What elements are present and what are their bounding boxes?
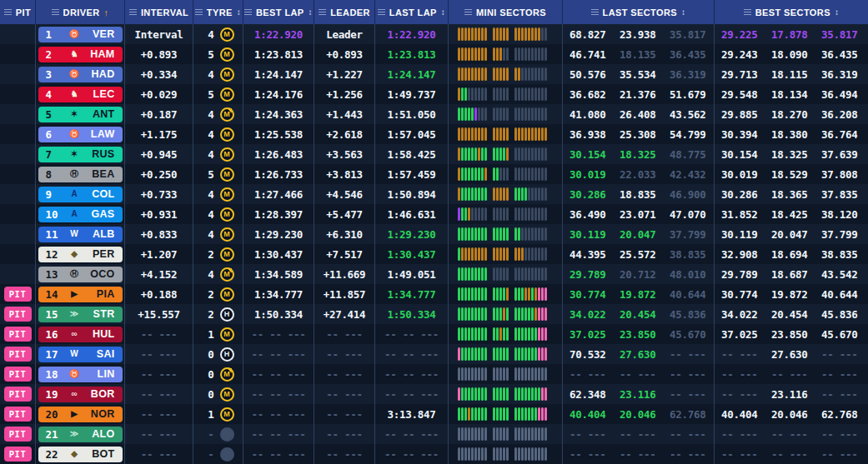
mini-sector-bar — [524, 227, 527, 241]
timing-row[interactable]: 3 ♉ HAD +0.334 4 M 1:24.147 +1.227 1:24.… — [0, 64, 868, 84]
driver-chip[interactable]: 2 ♞ HAM — [38, 47, 123, 62]
driver-chip[interactable]: 8 Ⓗ BEA — [38, 167, 123, 182]
timing-row[interactable]: PIT 16 ∞ HUL -- --- 1 M -- -- --- -- ---… — [0, 324, 868, 344]
driver-chip[interactable]: 3 ♉ HAD — [38, 67, 123, 82]
driver-chip[interactable]: 21 ≫ ALO — [38, 427, 123, 442]
driver-chip[interactable]: 22 ◆ BOT — [38, 447, 123, 462]
mini-sector-bar — [514, 167, 517, 181]
sector-1-time: -- --- — [721, 348, 771, 361]
mini-sector-bar — [524, 167, 527, 181]
drag-handle-icon[interactable] — [744, 9, 751, 15]
timing-row[interactable]: PIT 15 ≫ STR +15.557 2 H 1:50.334 +27.41… — [0, 304, 868, 324]
driver-chip[interactable]: 11 W ALB — [38, 227, 123, 242]
driver-chip[interactable]: 15 ≫ STR — [38, 307, 123, 322]
cadillac-logo-icon: ◆ — [61, 450, 88, 458]
sort-toggle-icon[interactable]: ↕ — [835, 7, 839, 17]
sort-toggle-icon[interactable]: ↕ — [237, 7, 241, 17]
driver-chip[interactable]: 13 Ⓗ OCO — [38, 267, 123, 282]
timing-row[interactable]: 11 W ALB +0.833 4 M 1:29.230 +6.310 1:29… — [0, 224, 868, 244]
col-header-interval[interactable]: INTERVAL — [125, 0, 193, 24]
col-header-tyre[interactable]: TYRE↕ — [193, 0, 243, 24]
timing-row[interactable]: PIT 19 ∞ BOR -- --- 0 M -- -- --- -- ---… — [0, 384, 868, 404]
driver-chip[interactable]: 9 A COL — [38, 187, 123, 202]
driver-chip[interactable]: 10 A GAS — [38, 207, 123, 222]
col-header-leader[interactable]: LEADER — [314, 0, 375, 24]
drag-handle-icon[interactable] — [464, 9, 472, 15]
drag-handle-icon[interactable] — [129, 9, 137, 15]
timing-row[interactable]: 7 ✶ RUS +0.945 4 M 1:26.483 +3.563 1:58.… — [0, 144, 868, 164]
sort-toggle-icon[interactable]: ↕ — [441, 7, 445, 17]
timing-row[interactable]: 10 A GAS +0.931 4 M 1:28.397 +5.477 1:46… — [0, 204, 868, 224]
mini-sector-bar — [538, 107, 540, 121]
col-header-driver[interactable]: DRIVER↑ — [36, 0, 125, 24]
driver-chip[interactable]: 20 ▶ NOR — [38, 407, 123, 422]
mini-sector-bar — [478, 47, 480, 61]
timing-row[interactable]: 13 Ⓗ OCO +4.152 4 M 1:34.589 +11.669 1:4… — [0, 264, 868, 284]
mini-sector-bar — [524, 47, 527, 61]
timing-row[interactable]: PIT 18 ♉ LIN -- --- 0 M -- -- --- -- ---… — [0, 364, 868, 384]
mini-sector-bar — [538, 227, 540, 241]
col-header-pit[interactable]: PIT — [0, 0, 36, 24]
mini-sector-bar — [514, 407, 517, 421]
drag-handle-icon[interactable] — [378, 9, 385, 15]
timing-row[interactable]: 4 ♞ LEC +0.029 5 M 1:24.176 +1.256 1:49.… — [0, 84, 868, 104]
mini-sector-bar — [506, 107, 509, 121]
driver-chip[interactable]: 1 ♉ VER — [38, 27, 123, 42]
timing-row[interactable]: 6 ♉ LAW +1.175 4 M 1:25.538 +2.618 1:57.… — [0, 124, 868, 144]
timing-row[interactable]: PIT 14 ▶ PIA +0.188 2 M 1:34.777 +11.857… — [0, 284, 868, 304]
mini-sector-bar — [461, 207, 464, 221]
mini-sector-bar — [468, 427, 470, 441]
tyre-laps-count: 4 — [203, 148, 214, 161]
driver-chip[interactable]: 14 ▶ PIA — [38, 287, 123, 302]
mini-sector-bar — [484, 67, 487, 81]
tyre-compound-icon: M — [220, 127, 234, 142]
driver-chip[interactable]: 12 ◆ PER — [38, 247, 123, 262]
driver-chip[interactable]: 16 ∞ HUL — [38, 327, 123, 342]
mini-sector-bar — [458, 387, 460, 401]
timing-row[interactable]: PIT 21 ≫ ALO -- --- - -- -- --- -- --- -… — [0, 424, 868, 444]
mini-sector-group-1 — [458, 147, 487, 161]
last-sectors-cell: 36.93825.30854.799 — [563, 124, 715, 144]
haas-logo-icon: Ⓗ — [61, 270, 88, 278]
drag-handle-icon[interactable] — [591, 9, 599, 15]
sector-3-time: 40.644 — [670, 288, 705, 301]
timing-row[interactable]: PIT 22 ◆ BOT -- --- - -- -- --- -- --- -… — [0, 444, 868, 464]
sort-toggle-icon[interactable]: ↕ — [309, 7, 313, 17]
col-header-mini-sectors[interactable]: MINI SECTORS — [449, 0, 563, 24]
drag-handle-icon[interactable] — [319, 9, 326, 15]
drag-handle-icon[interactable] — [4, 9, 12, 15]
driver-chip[interactable]: 4 ♞ LEC — [38, 87, 123, 102]
mini-sector-bar — [481, 67, 484, 81]
interval-cell: +0.334 — [125, 64, 193, 84]
driver-chip[interactable]: 6 ♉ LAW — [38, 127, 123, 142]
timing-row[interactable]: 12 ◆ PER +1.207 2 M 1:30.437 +7.517 1:30… — [0, 244, 868, 264]
timing-row[interactable]: PIT 20 ▶ NOR -- --- 1 M -- -- --- -- ---… — [0, 404, 868, 424]
driver-chip[interactable]: 7 ✶ RUS — [38, 147, 123, 162]
col-header-last-sectors[interactable]: LAST SECTORS↕ — [563, 0, 715, 24]
mini-sector-bar — [481, 247, 484, 261]
last-lap-cell: 1:46.631 — [375, 204, 449, 224]
driver-chip[interactable]: 17 W SAI — [38, 347, 123, 362]
drag-handle-icon[interactable] — [52, 9, 59, 15]
sector-3-time: 37.799 — [821, 228, 857, 241]
timing-row[interactable]: PIT 17 W SAI -- --- 0 H -- -- --- -- ---… — [0, 344, 868, 364]
driver-chip[interactable]: 18 ♉ LIN — [38, 367, 123, 382]
driver-chip[interactable]: 19 ∞ BOR — [38, 387, 123, 402]
col-header-last-lap[interactable]: LAST LAP↕ — [375, 0, 449, 24]
timing-row[interactable]: 5 ✶ ANT +0.187 4 M 1:24.363 +1.443 1:51.… — [0, 104, 868, 124]
timing-row[interactable]: 8 Ⓗ BEA +0.250 5 M 1:26.733 +3.813 1:57.… — [0, 164, 868, 184]
sort-toggle-icon[interactable]: ↕ — [681, 7, 685, 17]
col-header-best-sectors[interactable]: BEST SECTORS↕ — [715, 0, 868, 24]
drag-handle-icon[interactable] — [195, 9, 203, 15]
drag-handle-icon[interactable] — [244, 9, 252, 15]
pit-cell — [0, 164, 36, 184]
driver-chip[interactable]: 5 ✶ ANT — [38, 107, 123, 122]
tyre-compound-icon: M — [220, 367, 234, 382]
col-header-best-lap[interactable]: BEST LAP↕ — [243, 0, 314, 24]
tyre-laps-count: 5 — [203, 168, 214, 181]
timing-row[interactable]: 9 A COL +0.733 4 M 1:27.466 +4.546 1:50.… — [0, 184, 868, 204]
mini-sector-bar — [474, 407, 477, 421]
timing-row[interactable]: 1 ♉ VER Interval 4 M 1:22.920 Leader 1:2… — [0, 24, 868, 44]
sort-ascending-icon[interactable]: ↑ — [104, 7, 109, 17]
timing-row[interactable]: 2 ♞ HAM +0.893 5 M 1:23.813 +0.893 1:23.… — [0, 44, 868, 64]
